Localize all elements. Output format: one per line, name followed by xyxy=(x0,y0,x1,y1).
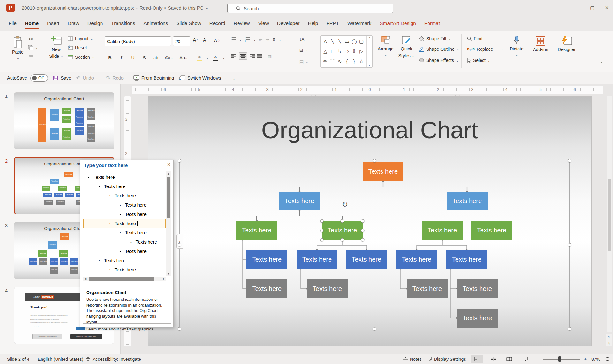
org-chart-node[interactable]: Texts here xyxy=(447,192,488,210)
scrollbar-thumb[interactable] xyxy=(89,277,154,281)
tab-record[interactable]: Record xyxy=(205,15,230,31)
fit-to-window-button[interactable] xyxy=(605,354,610,364)
justify-button[interactable] xyxy=(257,54,263,58)
designer-button[interactable]: Designer xyxy=(556,36,578,53)
slide-show-button[interactable] xyxy=(519,355,531,363)
scroll-down-icon[interactable]: ▼ xyxy=(167,272,170,275)
org-chart-node[interactable]: Texts here xyxy=(471,221,512,240)
selection-handle[interactable] xyxy=(568,327,571,331)
selection-handle[interactable] xyxy=(178,159,181,163)
selection-handle[interactable] xyxy=(341,219,344,223)
text-pane-toggle[interactable]: › xyxy=(176,234,183,249)
align-left-button[interactable] xyxy=(231,54,237,58)
next-slide-button[interactable]: « xyxy=(606,340,612,346)
text-pane-row[interactable]: •Texts here xyxy=(83,209,166,219)
selection-handle[interactable] xyxy=(373,159,376,163)
paste-button[interactable]: Paste ⌄ xyxy=(10,36,26,60)
text-direction-button[interactable]: ↓A⌄ xyxy=(299,37,309,42)
shape-icon[interactable]: ✏ xyxy=(322,58,329,64)
chevron-down-icon[interactable]: ⌄ xyxy=(206,6,208,10)
zoom-slider[interactable] xyxy=(543,359,580,360)
org-chart-node[interactable]: Texts here xyxy=(307,279,348,298)
minimize-button[interactable]: — xyxy=(575,5,579,10)
language-indicator[interactable]: English (United States) xyxy=(38,354,83,364)
shape-icon[interactable]: ▢ xyxy=(358,39,365,44)
shape-effects-button[interactable]: Shape Effects⌄ xyxy=(419,58,458,63)
close-button[interactable]: × xyxy=(605,4,609,11)
vertical-scrollbar[interactable] xyxy=(607,96,612,332)
tab-animations[interactable]: Animations xyxy=(139,15,172,31)
org-chart-node[interactable]: Texts here xyxy=(407,279,448,298)
shapes-gallery-scroll[interactable]: ⌃ ⌄ ⌄ xyxy=(366,36,372,67)
quick-styles-button[interactable]: Quick Styles⌄ xyxy=(397,36,416,58)
text-pane-row[interactable]: •Texts here xyxy=(83,237,166,246)
org-chart-node[interactable]: Texts here xyxy=(422,221,463,240)
selection-handle[interactable] xyxy=(320,238,324,242)
tab-fppt[interactable]: FPPT xyxy=(322,15,343,31)
tab-design[interactable]: Design xyxy=(83,15,107,31)
scroll-up-icon[interactable]: ▲ xyxy=(167,172,170,175)
layout-button[interactable]: Layout⌄ xyxy=(68,36,93,41)
text-pane-row[interactable]: •Texts here xyxy=(83,191,166,200)
zoom-level[interactable]: 87% xyxy=(591,354,600,364)
scroll-right-icon[interactable]: ▶ xyxy=(163,277,165,280)
scrollbar-thumb[interactable] xyxy=(608,179,611,251)
org-chart-node[interactable]: Texts here xyxy=(246,279,287,298)
selection-handle[interactable] xyxy=(568,159,571,163)
new-slide-button[interactable]: New Slide⌄ xyxy=(47,36,65,59)
slide-indicator[interactable]: Slide 2 of 4 xyxy=(7,354,29,364)
zoom-in-button[interactable]: + xyxy=(584,354,587,364)
slide-thumbnail-1[interactable]: Organizational Chart Texts hereTexts her… xyxy=(14,92,114,149)
close-icon[interactable]: × xyxy=(167,162,170,168)
slide-sorter-view-button[interactable] xyxy=(487,355,499,363)
character-spacing-button[interactable]: AV⌄ xyxy=(163,55,174,60)
strikethrough-button[interactable]: ab xyxy=(152,55,160,60)
tab-help[interactable]: Help xyxy=(304,15,322,31)
org-chart-node[interactable]: Texts here xyxy=(457,279,498,298)
text-pane-row[interactable]: •Texts here xyxy=(83,200,166,209)
org-chart-node[interactable]: Texts here xyxy=(363,162,403,181)
font-color-dropdown[interactable]: ⌄ xyxy=(222,56,224,60)
tab-transitions[interactable]: Transitions xyxy=(107,15,139,31)
numbering-dropdown[interactable]: ⌄ xyxy=(253,38,256,41)
copy-button[interactable]: ⌄ xyxy=(28,45,38,50)
align-center-button[interactable] xyxy=(239,52,247,60)
selection-handle[interactable] xyxy=(178,327,181,331)
text-pane-row[interactable]: •Texts here xyxy=(83,256,166,265)
tab-format[interactable]: Format xyxy=(420,15,444,31)
previous-slide-button[interactable]: « xyxy=(606,334,612,340)
format-painter-button[interactable] xyxy=(29,55,34,60)
selection-handle[interactable] xyxy=(361,229,365,232)
gallery-down-icon[interactable]: ⌄ xyxy=(368,50,371,53)
font-name-select[interactable]: Calibri (Body)⌄ xyxy=(105,36,171,46)
shape-icon[interactable]: △ xyxy=(322,49,329,54)
shape-icon[interactable]: ↳ xyxy=(336,49,343,54)
shadow-button[interactable]: S xyxy=(140,55,148,61)
scroll-left-icon[interactable]: ◀ xyxy=(84,277,86,280)
shape-icon[interactable]: ▭ xyxy=(344,39,351,44)
text-pane-row[interactable]: •Texts here xyxy=(83,219,166,228)
tab-draw[interactable]: Draw xyxy=(64,15,83,31)
text-pane-row[interactable]: •Texts here xyxy=(83,182,166,191)
tab-watermark[interactable]: Watermark xyxy=(343,15,375,31)
collapse-ribbon-button[interactable]: ⌄ xyxy=(600,59,603,64)
org-chart-node[interactable]: Texts here xyxy=(246,250,287,269)
qat-overflow-button[interactable]: ⌄ xyxy=(232,72,236,84)
save-button[interactable]: Save xyxy=(53,72,71,84)
selection-handle[interactable] xyxy=(373,327,376,331)
italic-button[interactable]: I xyxy=(117,55,125,61)
shape-icon[interactable]: ⌒ xyxy=(329,58,336,64)
highlight-color-button[interactable]: ✏ xyxy=(197,55,202,61)
bold-button[interactable]: B xyxy=(106,55,114,61)
replace-button[interactable]: b⇄cReplace⌄ xyxy=(467,47,503,52)
tab-review[interactable]: Review xyxy=(230,15,254,31)
autosave-toggle[interactable]: Off xyxy=(30,72,48,84)
slide-canvas[interactable]: Organizational Chart Texts hereTexts her… xyxy=(148,96,592,346)
gallery-up-icon[interactable]: ⌃ xyxy=(368,37,371,40)
rotate-handle-icon[interactable]: ↻ xyxy=(342,200,348,209)
from-beginning-button[interactable]: From Beginning xyxy=(133,72,174,84)
accessibility-status[interactable]: Accessibility: Investigate xyxy=(86,354,141,364)
align-text-button[interactable]: ⊟⌄ xyxy=(299,48,308,53)
shape-icon[interactable]: ⇨ xyxy=(344,49,351,54)
scrollbar-thumb[interactable] xyxy=(167,177,170,218)
